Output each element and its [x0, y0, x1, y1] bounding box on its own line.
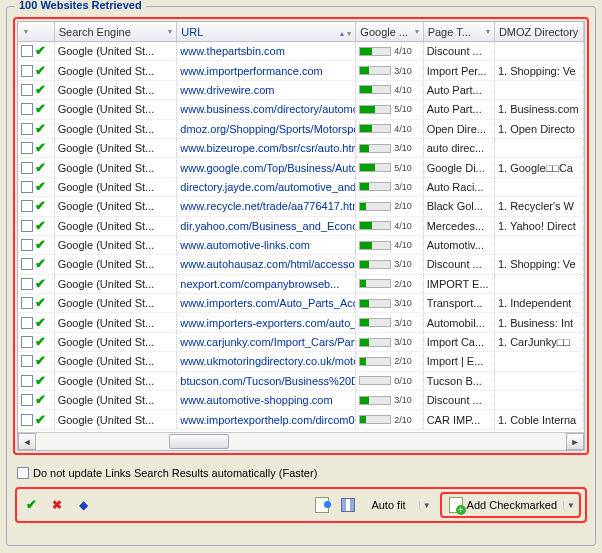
url-cell[interactable]: www.automotive-links.com [177, 236, 356, 254]
url-cell[interactable]: www.carjunky.com/Import_Cars/Part... [177, 333, 356, 351]
table-row[interactable]: ✔Google (United St...www.carjunky.com/Im… [18, 333, 584, 352]
reject-all-button[interactable]: ✖ [47, 495, 67, 515]
url-cell[interactable]: www.bizeurope.com/bsr/csr/auto.htm [177, 139, 356, 157]
row-checkbox[interactable] [21, 258, 33, 270]
table-row[interactable]: ✔Google (United St...www.google.com/Top/… [18, 158, 584, 177]
url-cell[interactable]: www.importperformance.com [177, 61, 356, 79]
row-checkbox[interactable] [21, 317, 33, 329]
scroll-track[interactable] [36, 433, 566, 450]
auto-update-checkbox[interactable] [17, 467, 29, 479]
url-cell[interactable]: www.google.com/Top/Business/Auto... [177, 158, 356, 176]
col-header-search-engine[interactable]: Search Engine▾ [55, 22, 178, 41]
table-row[interactable]: ✔Google (United St...dmoz.org/Shopping/S… [18, 120, 584, 139]
col-header-checkbox[interactable]: ▾ [18, 22, 55, 41]
row-checkbox[interactable] [21, 220, 33, 232]
table-row[interactable]: ✔Google (United St...www.importperforman… [18, 61, 584, 80]
row-checkbox-cell[interactable]: ✔ [18, 42, 55, 60]
row-checkbox[interactable] [21, 181, 33, 193]
row-checkbox-cell[interactable]: ✔ [18, 352, 55, 370]
row-checkbox[interactable] [21, 65, 33, 77]
table-row[interactable]: ✔Google (United St...www.thepartsbin.com… [18, 42, 584, 61]
row-checkbox-cell[interactable]: ✔ [18, 294, 55, 312]
col-header-google[interactable]: Google ...▾ [356, 22, 423, 41]
table-row[interactable]: ✔Google (United St...dir.yahoo.com/Busin… [18, 217, 584, 236]
row-checkbox-cell[interactable]: ✔ [18, 81, 55, 99]
grid-body[interactable]: ✔Google (United St...www.thepartsbin.com… [18, 42, 584, 430]
row-checkbox[interactable] [21, 103, 33, 115]
row-checkbox[interactable] [21, 336, 33, 348]
url-cell[interactable]: www.drivewire.com [177, 81, 356, 99]
horizontal-scrollbar[interactable]: ◄ ► [18, 432, 584, 450]
url-cell[interactable]: dir.yahoo.com/Business_and_Econom... [177, 217, 356, 235]
add-checkmarked-button[interactable]: Add Checkmarked [443, 495, 564, 515]
row-checkbox-cell[interactable]: ✔ [18, 313, 55, 331]
row-checkbox-cell[interactable]: ✔ [18, 333, 55, 351]
row-checkbox[interactable] [21, 123, 33, 135]
row-checkbox[interactable] [21, 278, 33, 290]
url-cell[interactable]: www.recycle.net/trade/aa776417.html [177, 197, 356, 215]
col-header-dmoz[interactable]: DMOZ Directory [495, 22, 584, 41]
table-row[interactable]: ✔Google (United St...www.drivewire.com4/… [18, 81, 584, 100]
table-row[interactable]: ✔Google (United St...www.autohausaz.com/… [18, 255, 584, 274]
row-checkbox[interactable] [21, 45, 33, 57]
row-checkbox-cell[interactable]: ✔ [18, 120, 55, 138]
row-checkbox[interactable] [21, 200, 33, 212]
scroll-left-arrow[interactable]: ◄ [18, 433, 36, 450]
row-checkbox[interactable] [21, 297, 33, 309]
url-cell[interactable]: nexport.com/companybrowseb... [177, 275, 356, 293]
url-cell[interactable]: www.automotive-shopping.com [177, 391, 356, 409]
row-checkbox[interactable] [21, 355, 33, 367]
table-row[interactable]: ✔Google (United St...www.automotive-shop… [18, 391, 584, 410]
shield-button[interactable]: ◆ [73, 495, 93, 515]
table-row[interactable]: ✔Google (United St...www.business.com/di… [18, 100, 584, 119]
row-checkbox[interactable] [21, 414, 33, 426]
url-cell[interactable]: www.importexporthelp.com/dircom04... [177, 410, 356, 428]
row-checkbox-cell[interactable]: ✔ [18, 372, 55, 390]
table-row[interactable]: ✔Google (United St...www.automotive-link… [18, 236, 584, 255]
url-cell[interactable]: btucson.com/Tucson/Business%20Dir... [177, 372, 356, 390]
row-checkbox[interactable] [21, 239, 33, 251]
table-row[interactable]: ✔Google (United St...btucson.com/Tucson/… [18, 372, 584, 391]
url-cell[interactable]: www.business.com/directory/automo... [177, 100, 356, 118]
col-header-page-title[interactable]: Page T...▾ [424, 22, 495, 41]
url-cell[interactable]: www.thepartsbin.com [177, 42, 356, 60]
autofit-button[interactable]: Auto fit [364, 496, 412, 514]
row-checkbox-cell[interactable]: ✔ [18, 61, 55, 79]
table-row[interactable]: ✔Google (United St...www.importexporthel… [18, 410, 584, 429]
auto-update-checkbox-row[interactable]: Do not update Links Search Results autom… [17, 467, 587, 479]
url-cell[interactable]: dmoz.org/Shopping/Sports/Motorsport... [177, 120, 356, 138]
table-row[interactable]: ✔Google (United St...directory.jayde.com… [18, 178, 584, 197]
scroll-thumb[interactable] [169, 434, 229, 449]
table-row[interactable]: ✔Google (United St...www.importers-expor… [18, 313, 584, 332]
columns-button[interactable] [338, 495, 358, 515]
url-cell[interactable]: www.autohausaz.com/html/accessor... [177, 255, 356, 273]
row-checkbox-cell[interactable]: ✔ [18, 178, 55, 196]
url-cell[interactable]: directory.jayde.com/automotive_and_... [177, 178, 356, 196]
row-checkbox[interactable] [21, 162, 33, 174]
table-row[interactable]: ✔Google (United St...www.bizeurope.com/b… [18, 139, 584, 158]
scroll-right-arrow[interactable]: ► [566, 433, 584, 450]
url-cell[interactable]: www.importers-exporters.com/auto_t... [177, 313, 356, 331]
export-page-button[interactable] [312, 495, 332, 515]
row-checkbox-cell[interactable]: ✔ [18, 255, 55, 273]
row-checkbox-cell[interactable]: ✔ [18, 275, 55, 293]
row-checkbox-cell[interactable]: ✔ [18, 100, 55, 118]
row-checkbox[interactable] [21, 394, 33, 406]
row-checkbox[interactable] [21, 375, 33, 387]
url-cell[interactable]: www.importers.com/Auto_Parts_Acc... [177, 294, 356, 312]
table-row[interactable]: ✔Google (United St...nexport.com/company… [18, 275, 584, 294]
row-checkbox[interactable] [21, 142, 33, 154]
row-checkbox-cell[interactable]: ✔ [18, 158, 55, 176]
table-row[interactable]: ✔Google (United St...www.ukmotoringdirec… [18, 352, 584, 371]
col-header-url[interactable]: URL▲▾ [177, 22, 356, 41]
row-checkbox-cell[interactable]: ✔ [18, 197, 55, 215]
add-checkmarked-dropdown-arrow[interactable]: ▼ [563, 501, 578, 510]
row-checkbox-cell[interactable]: ✔ [18, 410, 55, 428]
row-checkbox-cell[interactable]: ✔ [18, 139, 55, 157]
row-checkbox-cell[interactable]: ✔ [18, 391, 55, 409]
accept-all-button[interactable]: ✔ [21, 495, 41, 515]
url-cell[interactable]: www.ukmotoringdirectory.co.uk/moto... [177, 352, 356, 370]
table-row[interactable]: ✔Google (United St...www.recycle.net/tra… [18, 197, 584, 216]
table-row[interactable]: ✔Google (United St...www.importers.com/A… [18, 294, 584, 313]
row-checkbox-cell[interactable]: ✔ [18, 236, 55, 254]
